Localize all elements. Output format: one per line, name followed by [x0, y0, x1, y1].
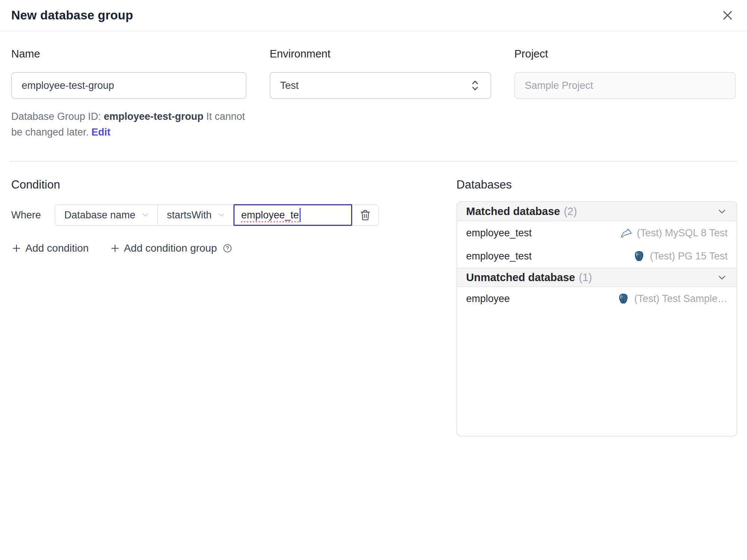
- edit-group-id-link[interactable]: Edit: [92, 127, 111, 138]
- add-condition-group-label: Add condition group: [124, 242, 217, 254]
- trash-icon: [359, 209, 371, 221]
- text-caret: [300, 208, 301, 222]
- databases-panel: Matched database(2) employee_test (Test)…: [456, 201, 737, 436]
- database-row[interactable]: employee_test (Test) MySQL 8 Test: [457, 221, 737, 245]
- dialog-title: New database group: [11, 8, 133, 22]
- environment-selected-value: Test: [280, 80, 299, 91]
- database-instance: (Test) PG 15 Test: [633, 251, 728, 262]
- close-button[interactable]: [719, 7, 736, 24]
- database-instance-label: (Test) Test Sample…: [634, 293, 728, 305]
- name-input-wrapper: [11, 72, 247, 99]
- condition-section: Condition Where Database name startsWith: [11, 178, 445, 254]
- unmatched-database-label: Unmatched database: [466, 271, 575, 283]
- add-condition-button[interactable]: Add condition: [11, 242, 89, 254]
- project-input-disabled: Sample Project: [514, 72, 736, 99]
- condition-heading: Condition: [11, 178, 445, 192]
- dialog-header: New database group: [0, 0, 747, 31]
- project-value: Sample Project: [525, 80, 593, 91]
- database-row[interactable]: employee (Test) Test Sample…: [457, 287, 737, 310]
- unmatched-database-count: (1): [579, 271, 592, 283]
- database-instance-label: (Test) MySQL 8 Test: [637, 227, 728, 239]
- name-field-group: Name Database Group ID: employee-test-gr…: [11, 48, 247, 140]
- databases-heading: Databases: [456, 178, 737, 192]
- database-instance-label: (Test) PG 15 Test: [650, 251, 728, 262]
- matched-database-title: Matched database(2): [466, 205, 577, 218]
- add-condition-group-button[interactable]: Add condition group: [110, 242, 233, 254]
- chevron-down-icon: [217, 211, 226, 220]
- add-condition-label: Add condition: [25, 242, 89, 254]
- condition-field-value: Database name: [64, 209, 136, 221]
- condition-value-input[interactable]: employee_te: [233, 204, 352, 226]
- database-row[interactable]: employee_test (Test) PG 15 Test: [457, 245, 737, 268]
- group-id-helper: Database Group ID: employee-test-group I…: [11, 109, 247, 140]
- help-question-icon[interactable]: [222, 243, 233, 253]
- chevron-down-icon: [716, 272, 728, 283]
- database-instance: (Test) Test Sample…: [618, 293, 728, 305]
- name-input[interactable]: [22, 80, 236, 91]
- close-icon: [720, 8, 735, 23]
- condition-value-text: employee_te: [241, 209, 299, 221]
- plus-icon: [11, 243, 22, 253]
- condition-operator-dropdown[interactable]: startsWith: [158, 205, 233, 225]
- environment-field-group: Environment Test: [270, 48, 491, 140]
- plus-icon: [110, 243, 120, 253]
- environment-select[interactable]: Test: [270, 72, 491, 99]
- condition-field-dropdown[interactable]: Database name: [55, 205, 158, 225]
- database-instance: (Test) MySQL 8 Test: [620, 227, 728, 239]
- condition-operator-value: startsWith: [167, 209, 212, 221]
- matched-database-header[interactable]: Matched database(2): [457, 202, 737, 221]
- project-label: Project: [514, 48, 736, 60]
- condition-expression-group: Database name startsWith employee_te: [55, 204, 379, 226]
- postgresql-icon: [633, 251, 646, 262]
- database-name: employee_test: [466, 251, 532, 262]
- unmatched-database-header[interactable]: Unmatched database(1): [457, 268, 737, 287]
- matched-database-count: (2): [564, 205, 577, 217]
- delete-condition-button[interactable]: [352, 205, 378, 225]
- project-field-group: Project Sample Project: [514, 48, 736, 140]
- matched-database-label: Matched database: [466, 205, 560, 217]
- postgresql-icon: [618, 293, 630, 304]
- form-fields-row: Name Database Group ID: employee-test-gr…: [0, 31, 747, 140]
- environment-label: Environment: [270, 48, 491, 60]
- select-updown-chevron-icon: [469, 79, 481, 92]
- mysql-icon: [620, 227, 633, 239]
- chevron-down-icon: [716, 206, 728, 217]
- name-label: Name: [11, 48, 247, 60]
- database-name: employee: [466, 293, 510, 305]
- databases-section: Databases Matched database(2) employee_t…: [456, 178, 737, 436]
- condition-row: Where Database name startsWith employee_…: [11, 204, 445, 226]
- where-label: Where: [11, 209, 55, 221]
- unmatched-database-title: Unmatched database(1): [466, 271, 592, 284]
- chevron-down-icon: [141, 211, 150, 220]
- database-name: employee_test: [466, 227, 532, 239]
- group-id-prefix: Database Group ID:: [11, 111, 104, 122]
- condition-actions: Add condition Add condition group: [11, 242, 445, 254]
- group-id-value: employee-test-group: [104, 111, 204, 122]
